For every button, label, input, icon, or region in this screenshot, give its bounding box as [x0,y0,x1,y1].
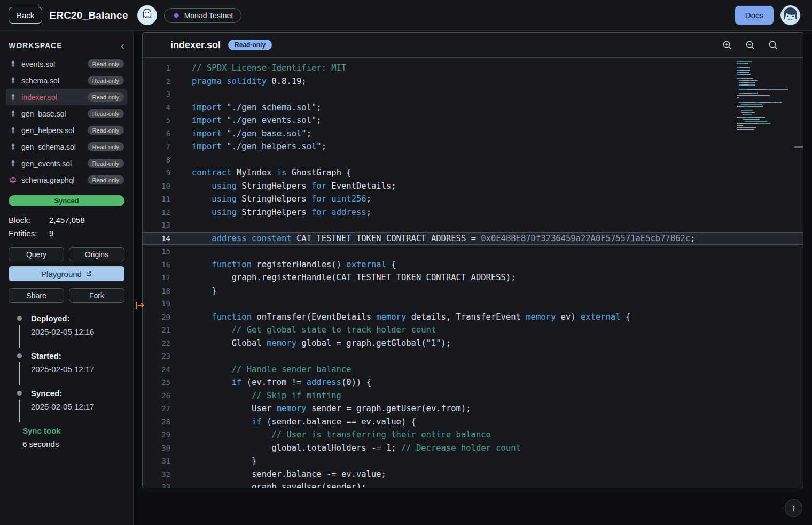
code-area[interactable]: 1// SPDX-License-Identifier: MIT2pragma … [143,58,803,488]
avatar[interactable] [780,5,800,25]
docs-button[interactable]: Docs [735,6,774,25]
line-content: graph.registerHandle(CAT_TESTNET_TOKEN_C… [178,271,516,284]
timeline: Deployed:2025-02-05 12:16Started:2025-02… [9,314,124,426]
minimap[interactable] [737,61,795,130]
playground-label: Playground [41,269,82,279]
code-line: 4import "./gen_schema.sol"; [143,101,803,114]
minimap-row [737,61,795,62]
code-line: 33 graph.saveUser(sender); [143,481,803,488]
playground-button[interactable]: Playground [9,266,124,281]
code-line: 17 graph.registerHandle(CAT_TESTNET_TOKE… [143,271,803,284]
minimap-row [737,129,795,130]
minimap-row [737,91,795,92]
collapse-sidebar-icon[interactable]: ‹ [121,42,124,49]
search-icon[interactable] [768,40,778,50]
line-number: 3 [143,88,178,101]
minimap-row [737,67,795,68]
network-badge[interactable]: Monad Testnet [164,8,242,23]
code-line: 2pragma solidity 0.8.19; [143,75,803,88]
code-line: 14 address constant CAT_TESTNET_TOKEN_CO… [143,232,803,245]
share-fork-row: Share Fork [9,288,124,303]
minimap-row [737,72,795,73]
editor-panel: indexer.sol Read-only [142,32,803,488]
query-button[interactable]: Query [9,247,64,261]
solidity-file-icon [9,143,17,151]
resize-arrow-icon [134,300,145,311]
workspace-title: WORKSPACE [9,41,63,50]
line-content: // SPDX-License-Identifier: MIT [178,61,346,75]
editor-toolbar [722,40,778,50]
line-number: 22 [143,337,178,350]
line-number: 28 [143,415,178,429]
file-name: gen_helpers.sol [21,126,74,135]
page-title: ERC20_Balance [49,10,128,21]
ghost-icon [140,7,154,24]
line-number: 12 [143,206,178,219]
line-content: using StringHelpers for address; [178,206,371,219]
editor-region: indexer.sol Read-only [134,31,812,525]
file-item-schema.graphql[interactable]: schema.graphqlRead-only [6,172,127,188]
line-number: 27 [143,402,178,415]
file-item-gen_helpers.sol[interactable]: gen_helpers.solRead-only [6,122,127,138]
file-item-schema.sol[interactable]: schema.solRead-only [6,72,127,89]
code-line: 9contract MyIndex is GhostGraph { [143,166,803,180]
code-line: 18 } [143,284,803,298]
timeline-label: Started: [31,351,124,360]
minimap-row [737,63,795,64]
code-line: 26 // Skip if minting [143,389,803,403]
zoom-out-icon[interactable] [745,40,755,50]
topbar: Back ERC20_Balance Monad Testnet Docs [0,0,812,31]
timeline-time: 2025-02-05 12:17 [31,365,124,374]
minimap-row [737,106,795,107]
code-line: 12 using StringHelpers for address; [143,206,803,219]
minimap-row [737,65,795,66]
line-content: } [178,284,217,298]
code-line: 20 function onTransfer(EventDetails memo… [143,311,803,324]
file-item-events.sol[interactable]: events.solRead-only [6,56,127,72]
fork-button[interactable]: Fork [69,288,124,303]
line-content: pragma solidity 0.8.19; [178,75,307,88]
file-item-indexer.sol[interactable]: indexer.solRead-only [6,89,127,105]
line-content: // Skip if minting [178,389,341,403]
minimap-row [737,108,795,109]
line-number: 17 [143,271,178,284]
line-content: Global memory global = graph.getGlobal("… [178,337,451,350]
minimap-row [737,78,795,79]
file-name: gen_events.sol [21,159,72,168]
code-line: 19 [143,297,803,311]
origins-button[interactable]: Origins [69,247,124,261]
file-item-gen_events.sol[interactable]: gen_events.solRead-only [6,155,127,172]
line-content: using StringHelpers for EventDetails; [178,180,396,193]
file-item-gen_schema.sol[interactable]: gen_schema.solRead-only [6,138,127,155]
code-line: 27 User memory sender = graph.getUser(ev… [143,402,803,415]
scrollbar-thumb[interactable] [794,146,803,148]
scroll-to-top-button[interactable]: ↑ [785,499,802,517]
minimap-row [737,80,795,81]
stats-block: Block: 2,457,058 Entities: 9 [9,213,124,240]
back-button[interactable]: Back [9,7,42,24]
sidebar-resize-handle[interactable] [134,300,145,311]
file-item-gen_base.sol[interactable]: gen_base.solRead-only [6,105,127,122]
line-number: 15 [143,245,178,258]
code-line: 23 [143,350,803,363]
code-line: 29 // User is transferring their entire … [143,428,803,442]
code-line: 13 [143,219,803,232]
sync-took-value: 6 seconds [22,439,124,449]
line-content: // User is transferring their entire bal… [178,428,491,442]
line-number: 7 [143,140,178,153]
file-list: events.solRead-onlyschema.solRead-onlyin… [0,56,133,188]
line-number: 25 [143,376,178,389]
block-stat: Block: 2,457,058 [9,213,124,227]
line-content [178,245,192,258]
code-line: 31 } [143,454,803,468]
line-number: 31 [143,454,178,468]
line-number: 8 [143,153,178,167]
timeline-entry: Deployed:2025-02-05 12:16 [9,314,124,351]
line-number: 2 [143,75,178,88]
entities-value: 9 [49,227,53,240]
main-layout: WORKSPACE ‹ events.solRead-onlyschema.so… [0,31,812,525]
code-line: 6import "./gen_base.sol"; [143,127,803,141]
share-button[interactable]: Share [9,288,64,303]
zoom-in-icon[interactable] [722,40,732,50]
timeline-dot-icon [17,391,22,396]
